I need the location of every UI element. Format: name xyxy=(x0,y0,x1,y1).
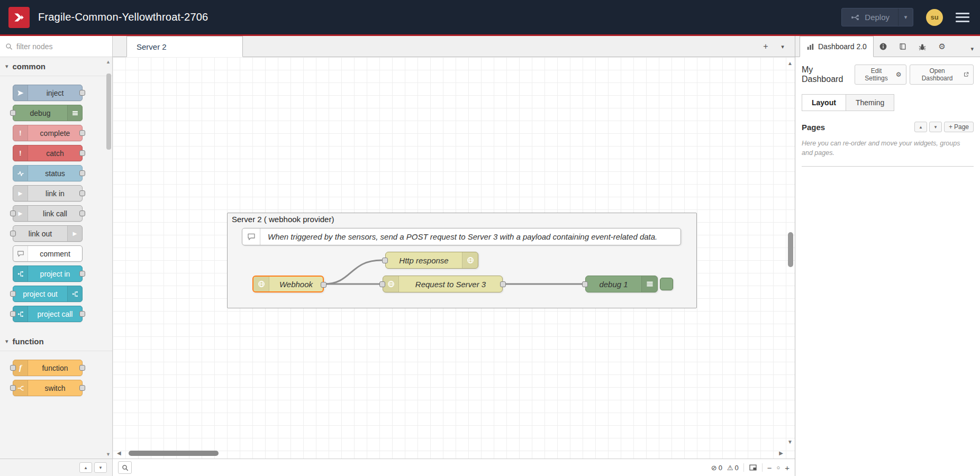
palette-scroll-area[interactable]: ▾ common inject debug ! complete ! cat xyxy=(0,57,112,459)
http-globe-icon xyxy=(383,276,399,292)
output-port[interactable] xyxy=(321,282,326,288)
warning-count-value: 0 xyxy=(735,464,739,472)
navigator-button[interactable] xyxy=(749,463,757,472)
flow-canvas[interactable]: Server 2 ( webhook provider) When trigge… xyxy=(113,57,795,459)
comment-bubble-icon xyxy=(13,246,28,261)
canvas-scroll-left-icon[interactable]: ◀ xyxy=(117,450,121,456)
warning-count[interactable]: ⚠ 0 xyxy=(727,464,739,472)
chevron-up-icon: ▴ xyxy=(920,124,922,130)
chevron-down-icon: ▾ xyxy=(99,465,102,470)
bug-icon xyxy=(918,42,927,51)
palette-node-label: catch xyxy=(28,149,82,158)
deploy-button[interactable]: Deploy ▾ xyxy=(841,8,913,26)
palette-node-comment[interactable]: comment xyxy=(13,245,83,262)
node-webhook[interactable]: Webhook xyxy=(252,276,324,292)
comment-bubble-icon xyxy=(242,228,260,245)
canvas-scroll-down-icon[interactable]: ▼ xyxy=(787,439,793,445)
open-dashboard-button[interactable]: Open Dashboard xyxy=(910,65,974,85)
palette-search-input[interactable] xyxy=(16,42,112,51)
output-port xyxy=(79,170,85,176)
category-function[interactable]: ▾ function xyxy=(0,332,112,351)
zoom-out-button[interactable]: − xyxy=(767,464,772,472)
palette-node-project-out[interactable]: project out xyxy=(13,286,83,302)
palette-node-complete[interactable]: ! complete xyxy=(13,125,83,141)
output-port xyxy=(79,365,85,371)
input-port[interactable] xyxy=(582,281,588,287)
output-port xyxy=(79,385,85,391)
palette-node-status[interactable]: status xyxy=(13,165,83,181)
sidebar-options-button[interactable]: ▾ xyxy=(970,45,980,57)
node-request-to-server-3[interactable]: Request to Server 3 xyxy=(383,276,503,292)
comment-node[interactable]: When triggered by the sensors, send a PO… xyxy=(242,228,681,245)
canvas-footer: ⊘ 0 ⚠ 0 − ○ + xyxy=(113,459,795,476)
palette-node-link-in[interactable]: ► link in xyxy=(13,185,83,202)
canvas-scroll-right-icon[interactable]: ▶ xyxy=(779,450,783,456)
tab-layout[interactable]: Layout xyxy=(802,94,846,111)
project-branch-icon xyxy=(67,286,82,301)
sidebar-tabbar: Dashboard 2.0 ⚙ ▾ xyxy=(795,36,980,57)
palette-scrollbar-thumb[interactable] xyxy=(106,74,111,150)
palette-scroll-up-icon[interactable]: ▲ xyxy=(106,59,111,65)
palette-node-debug[interactable]: debug xyxy=(13,105,83,121)
caret-down-icon: ▾ xyxy=(904,14,908,21)
header: Fragile-Common-Yellowthroat-2706 Deploy … xyxy=(0,0,980,36)
input-port[interactable] xyxy=(382,258,388,263)
divider xyxy=(743,463,744,472)
node-debug-1[interactable]: debug 1 xyxy=(585,276,658,292)
palette-node-label: inject xyxy=(28,89,82,97)
output-port[interactable] xyxy=(500,281,506,287)
canvas-horizontal-scrollbar-thumb[interactable] xyxy=(129,451,219,456)
palette-scroll-down-icon[interactable]: ▼ xyxy=(106,452,111,457)
palette-node-catch[interactable]: ! catch xyxy=(13,145,83,161)
zoom-in-button[interactable]: + xyxy=(785,464,790,472)
move-page-down-button[interactable]: ▾ xyxy=(929,122,942,132)
tab-help[interactable] xyxy=(893,36,913,57)
palette-node-switch[interactable]: switch xyxy=(13,380,83,396)
inject-icon xyxy=(13,85,28,100)
tab-config-nodes[interactable]: ⚙ xyxy=(932,36,952,57)
pages-help-text: Here you can re-order and move your widg… xyxy=(802,139,974,158)
group-label: Server 2 ( webhook provider) xyxy=(228,213,338,225)
workspace-tabbar: Server 2 + ▾ xyxy=(113,36,795,57)
error-count[interactable]: ⊘ 0 xyxy=(711,464,722,472)
expand-categories-button[interactable]: ▾ xyxy=(94,462,107,473)
open-dashboard-label: Open Dashboard xyxy=(914,67,960,82)
external-link-icon xyxy=(963,71,969,78)
palette-node-link-out[interactable]: ► link out xyxy=(13,225,83,242)
add-flow-button[interactable]: + xyxy=(759,40,773,53)
palette-node-label: project out xyxy=(13,290,67,298)
divider xyxy=(802,166,974,167)
dashboard-actions: Edit Settings ⚙ Open Dashboard xyxy=(855,65,974,85)
add-page-button[interactable]: + Page xyxy=(944,122,974,132)
canvas-vertical-scrollbar-thumb[interactable] xyxy=(788,232,793,267)
tab-theming[interactable]: Theming xyxy=(846,94,894,111)
collapse-categories-button[interactable]: ▴ xyxy=(79,462,92,473)
palette-node-inject[interactable]: inject xyxy=(13,85,83,101)
tab-debug-messages[interactable] xyxy=(913,36,932,57)
palette-node-link-call[interactable]: ► link call xyxy=(13,205,83,222)
palette-node-label: link out xyxy=(13,230,67,238)
zoom-reset-button[interactable]: ○ xyxy=(777,465,781,471)
tab-server-2[interactable]: Server 2 xyxy=(126,36,243,57)
palette-node-project-call[interactable]: project call xyxy=(13,306,83,322)
canvas-scroll-up-icon[interactable]: ▲ xyxy=(787,60,793,66)
book-icon xyxy=(899,42,907,51)
search-flows-button[interactable] xyxy=(118,461,132,474)
flow-list-button[interactable]: ▾ xyxy=(776,40,790,53)
deploy-options-button[interactable]: ▾ xyxy=(898,8,913,26)
palette-node-project-in[interactable]: project in xyxy=(13,266,83,282)
error-count-value: 0 xyxy=(719,464,722,472)
move-page-up-button[interactable]: ▴ xyxy=(914,122,927,132)
edit-settings-button[interactable]: Edit Settings ⚙ xyxy=(855,65,906,85)
category-common[interactable]: ▾ common xyxy=(0,57,112,76)
debug-icon xyxy=(67,105,82,121)
main-menu-button[interactable] xyxy=(956,12,969,23)
palette-node-function[interactable]: f function xyxy=(13,360,83,376)
input-port[interactable] xyxy=(379,281,385,287)
user-avatar[interactable]: su xyxy=(926,9,943,26)
debug-toggle-button[interactable] xyxy=(660,278,673,290)
node-http-response[interactable]: Http response xyxy=(385,252,478,269)
tab-dashboard-2[interactable]: Dashboard 2.0 xyxy=(800,36,874,57)
deploy-button-main[interactable]: Deploy xyxy=(842,8,898,26)
tab-info[interactable] xyxy=(874,36,893,57)
